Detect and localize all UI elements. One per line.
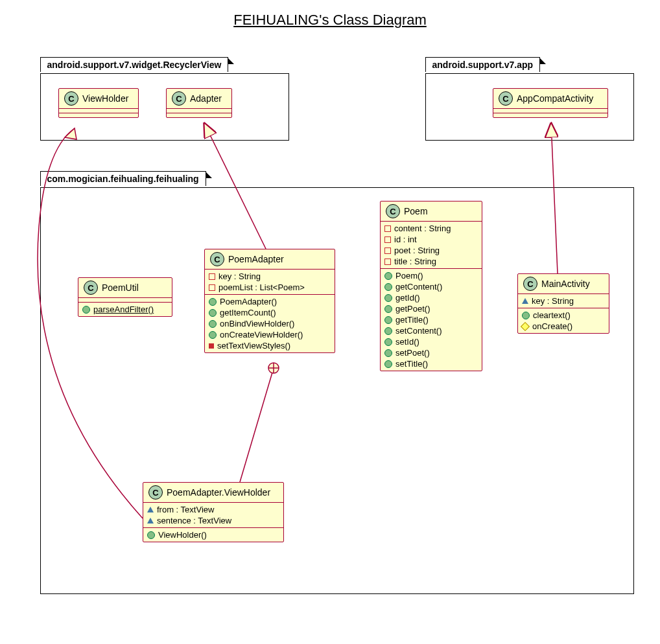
attr-key: key : String [209,271,331,282]
method: setTitle() [384,358,478,369]
class-appcompatactivity-name: AppCompatActivity [517,93,593,104]
class-icon: C [210,252,224,266]
attr: content : String [384,223,478,234]
class-poem: CPoem content : String id : int poet : S… [380,201,482,371]
package-feihualing-label: com.mogician.feihualing.feihualing [40,171,206,186]
class-viewholder-name: ViewHolder [82,93,128,104]
method: setContent() [384,325,478,336]
class-adapter: CAdapter [166,88,232,118]
method: getPoet() [384,303,478,314]
class-icon: C [84,281,98,295]
package-feihualing: com.mogician.feihualing.feihualing [40,187,634,594]
method: getItemCount() [209,307,331,318]
class-icon: C [523,277,537,291]
method: getTitle() [384,314,478,325]
method-parseandfilter: parseAndFilter() [82,304,168,315]
class-adapter-name: Adapter [190,93,222,104]
class-appcompatactivity: CAppCompatActivity [493,88,608,118]
method: getId() [384,292,478,303]
method: ViewHolder() [147,529,279,540]
method: onCreateViewHolder() [209,329,331,340]
method: setId() [384,336,478,347]
class-poemadapter-viewholder: CPoemAdapter.ViewHolder from : TextView … [143,482,284,542]
class-mainactivity: CMainActivity key : String cleartext() o… [517,273,609,334]
class-poem-name: Poem [404,206,428,216]
package-recyclerview-label: android.support.v7.widget.RecyclerView [40,57,229,72]
attr: from : TextView [147,504,279,515]
class-poemadapter-name: PoemAdapter [228,254,284,264]
attr: sentence : TextView [147,515,279,526]
method: Poem() [384,270,478,281]
class-icon: C [172,91,186,106]
class-icon: C [64,91,78,106]
attr: title : String [384,256,478,267]
method: setPoet() [384,347,478,358]
method: PoemAdapter() [209,296,331,307]
diagram-title: FEIHUALING's Class Diagram [0,12,660,29]
attr: key : String [522,295,605,306]
attr: poet : String [384,245,478,256]
method: getContent() [384,281,478,292]
class-mainactivity-name: MainActivity [541,279,590,289]
class-viewholder: CViewHolder [58,88,139,118]
class-poemutil: CPoemUtil parseAndFilter() [78,277,172,317]
class-poemutil-name: PoemUtil [102,282,139,293]
method: cleartext() [522,310,605,321]
class-icon: C [386,204,400,218]
class-icon: C [499,91,513,106]
class-poemadapter: CPoemAdapter key : String poemList : Lis… [204,249,335,353]
class-icon: C [148,485,163,500]
package-v7app-label: android.support.v7.app [425,57,541,72]
attr-poemlist: poemList : List<Poem> [209,282,331,293]
attr: id : int [384,234,478,245]
method: onBindViewHolder() [209,318,331,329]
method: setTextViewStyles() [209,340,331,351]
class-pavh-name: PoemAdapter.ViewHolder [167,487,270,498]
method: onCreate() [522,321,605,332]
